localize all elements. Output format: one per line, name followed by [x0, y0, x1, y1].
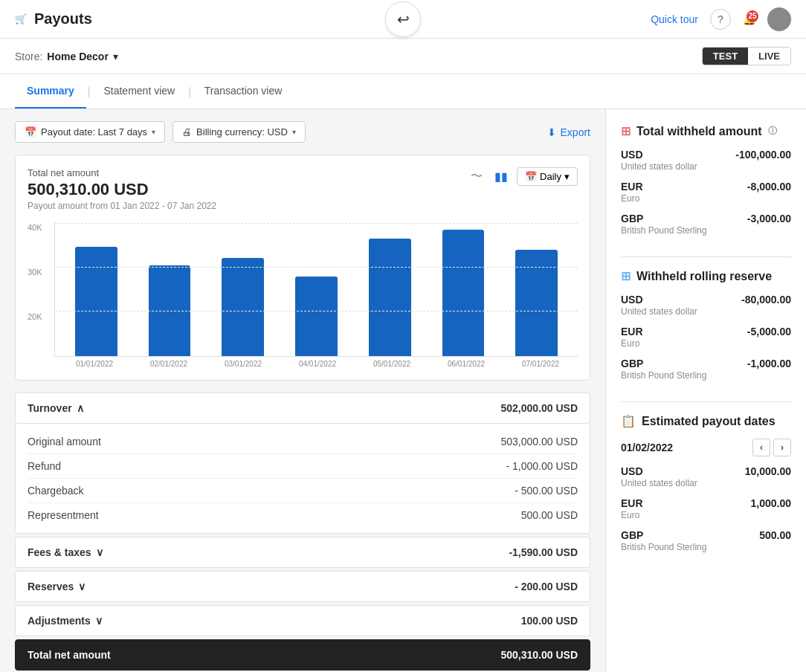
- billing-currency-filter[interactable]: 🖨 Billing currency: USD ▾: [173, 121, 306, 143]
- calendar-icon: 📅: [25, 126, 36, 138]
- chart-header: Total net amount 500,310.00 USD Payout a…: [28, 167, 578, 211]
- top-bar: 🛒 Payouts ↩ Quick tour ? 🔔 25: [0, 0, 806, 39]
- tab-transaction-view[interactable]: Transaction view: [193, 74, 294, 109]
- divider-2: [621, 401, 791, 402]
- reserve-icon: ⊞: [621, 269, 631, 283]
- payout-usd-code: USD: [621, 465, 643, 477]
- representment-label: Representment: [28, 509, 99, 521]
- y-axis: 40K 30K 20K: [28, 223, 42, 357]
- notification-badge: 25: [747, 10, 758, 22]
- payout-dates-header: 01/02/2022 ‹ ›: [621, 439, 791, 456]
- reserve-gbp-name: British Pound Sterling: [621, 370, 791, 381]
- reserves-chevron-icon: ∨: [78, 581, 86, 592]
- original-amount-value: 503,000.00 USD: [500, 436, 578, 448]
- fees-taxes-amount: -1,590.00 USD: [509, 546, 578, 558]
- payout-date-label: Payout date: Last 7 days: [41, 126, 147, 138]
- payout-gbp-name: British Pound Sterling: [621, 542, 791, 552]
- payout-eur-amount: 1,000.00: [751, 497, 792, 509]
- refund-label: Refund: [28, 460, 61, 472]
- y-label-30k: 30K: [28, 268, 42, 277]
- back-button[interactable]: ↩: [385, 1, 421, 37]
- turnover-row[interactable]: Turnover ∧ 502,000.00 USD: [15, 392, 590, 424]
- payout-usd-amount: 10,000.00: [745, 465, 791, 477]
- payout-eur-name: Euro: [621, 510, 791, 520]
- quick-tour-link[interactable]: Quick tour: [651, 13, 698, 25]
- bar-chart-button[interactable]: ▮▮: [491, 168, 511, 185]
- x-label-3: 04/01/2022: [280, 357, 355, 368]
- period-label: Daily: [540, 171, 561, 182]
- gridline-mid2: [55, 311, 578, 311]
- rolling-reserve-currencies: USD -80,000.00 United states dollar EUR …: [621, 294, 791, 381]
- store-selector[interactable]: Store: Home Decor ▾: [15, 51, 118, 62]
- withheld-info-icon[interactable]: ⓘ: [768, 125, 777, 138]
- chargeback-row: Chargeback - 500.00 USD: [28, 479, 578, 503]
- export-label: Export: [561, 126, 590, 138]
- gridline-top: [55, 223, 578, 224]
- payout-prev-button[interactable]: ‹: [752, 439, 770, 456]
- payout-date-caret: ▾: [152, 128, 155, 136]
- payout-usd-row: USD 10,000.00 United states dollar: [621, 465, 791, 488]
- chargeback-label: Chargeback: [28, 485, 84, 497]
- left-panel: 📅 Payout date: Last 7 days ▾ 🖨 Billing c…: [0, 109, 605, 672]
- tab-statement-view[interactable]: Statement view: [91, 74, 187, 109]
- export-button[interactable]: ⬇ Export: [547, 126, 590, 138]
- bar-group-6: [501, 223, 572, 356]
- x-label-2: 03/01/2022: [206, 357, 280, 368]
- store-name: Home Decor: [47, 51, 108, 62]
- period-selector[interactable]: 📅 Daily ▾: [517, 167, 578, 186]
- turnover-chevron-icon: ∧: [77, 402, 84, 414]
- payout-icon: 📋: [621, 414, 636, 428]
- help-button[interactable]: ?: [710, 9, 731, 30]
- fees-chevron-icon: ∨: [96, 546, 103, 558]
- total-net-label: Total net amount: [28, 649, 111, 661]
- reserves-row[interactable]: Reserves ∨ - 200.00 USD: [15, 571, 590, 602]
- tab-divider-2: |: [187, 85, 193, 97]
- payout-usd-name: United states dollar: [621, 478, 791, 488]
- withheld-eur-code: EUR: [621, 181, 643, 193]
- withheld-usd-name: United states dollar: [621, 161, 791, 172]
- chart-amount: 500,310.00 USD: [28, 180, 216, 199]
- reserves-amount: - 200.00 USD: [515, 581, 578, 592]
- x-axis-labels: 01/01/202202/01/202203/01/202204/01/2022…: [54, 357, 578, 368]
- payout-date-filter[interactable]: 📅 Payout date: Last 7 days ▾: [15, 121, 165, 143]
- adjustments-row[interactable]: Adjustments ∨ 100.00 USD: [15, 605, 590, 636]
- store-bar: Store: Home Decor ▾ TEST LIVE: [0, 39, 806, 74]
- bar-4: [369, 239, 411, 356]
- billing-currency-label: Billing currency: USD: [196, 126, 288, 138]
- estimated-payout-currencies: USD 10,000.00 United states dollar EUR 1…: [621, 465, 791, 552]
- x-label-4: 05/01/2022: [355, 357, 429, 368]
- reserve-usd-name: United states dollar: [621, 306, 791, 317]
- turnover-label: Turnover ∧: [28, 402, 84, 414]
- reserve-eur-code: EUR: [621, 326, 643, 337]
- right-panel: ⊞ Total withheld amount ⓘ USD -100,000.0…: [605, 109, 806, 672]
- payout-next-button[interactable]: ›: [773, 439, 791, 456]
- withheld-eur-amount: -8,000.00: [747, 181, 791, 193]
- payout-gbp-amount: 500.00: [759, 529, 791, 541]
- fees-taxes-row[interactable]: Fees & taxes ∨ -1,590.00 USD: [15, 537, 590, 568]
- estimated-payout-section: 📋 Estimated payout dates 01/02/2022 ‹ › …: [621, 414, 791, 552]
- chart-title-area: Total net amount 500,310.00 USD Payout a…: [28, 167, 216, 211]
- bars-container: [61, 223, 572, 356]
- user-avatar[interactable]: [767, 7, 791, 31]
- test-env-button[interactable]: TEST: [703, 48, 748, 65]
- withheld-gbp-row: GBP -3,000.00 British Pound Sterling: [621, 213, 791, 236]
- x-label-0: 01/01/2022: [57, 357, 132, 368]
- chart-date-range: Payout amount from 01 Jan 2022 - 07 Jan …: [28, 201, 216, 211]
- turnover-sub-rows: Original amount 503,000.00 USD Refund - …: [15, 424, 590, 534]
- withheld-usd-code: USD: [621, 149, 643, 161]
- tab-summary[interactable]: Summary: [15, 74, 86, 109]
- reserve-gbp-amount: -1,000.00: [747, 358, 791, 369]
- reserves-label: Reserves ∨: [28, 581, 86, 592]
- total-withheld-section: ⊞ Total withheld amount ⓘ USD -100,000.0…: [621, 124, 791, 236]
- reserve-gbp-code: GBP: [621, 358, 643, 369]
- page-title: Payouts: [34, 10, 92, 28]
- live-env-button[interactable]: LIVE: [748, 48, 790, 65]
- line-chart-button[interactable]: 〜: [468, 167, 486, 186]
- y-label-20k: 20K: [28, 312, 42, 321]
- bar-chart-area: [54, 223, 578, 357]
- chargeback-value: - 500.00 USD: [515, 485, 578, 497]
- divider-1: [621, 256, 791, 257]
- billing-icon: 🖨: [182, 126, 192, 138]
- environment-toggle: TEST LIVE: [702, 47, 791, 65]
- notifications-button[interactable]: 🔔 25: [743, 13, 755, 25]
